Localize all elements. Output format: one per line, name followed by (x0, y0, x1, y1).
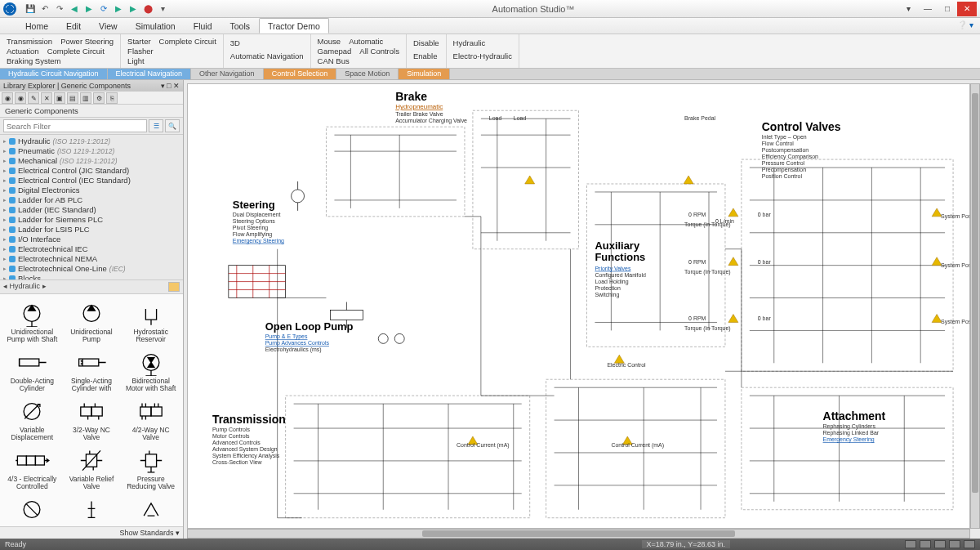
qat-play2-icon[interactable]: ▶ (127, 3, 139, 15)
tree-node-3[interactable]: ▸Electrical Control (JIC Standard) (2, 166, 181, 176)
qat-back-icon[interactable]: ◀ (69, 3, 80, 15)
qat-record-icon[interactable]: ⬤ (142, 3, 154, 15)
rb-mouse[interactable]: Mouse (318, 37, 341, 46)
libtb-2[interactable]: ◉ (15, 92, 26, 104)
tree-node-14[interactable]: ▸Blocks (2, 274, 181, 280)
tree-node-8[interactable]: ▸Ladder for Siemens PLC (2, 215, 181, 225)
rb-actuation[interactable]: Actuation (7, 47, 39, 56)
rb-hydraulic[interactable]: Hydraulic (453, 38, 486, 47)
tree-node-10[interactable]: ▸I/O Interface (2, 235, 181, 244)
tree-node-1[interactable]: ▸Pneumatic (ISO 1219-1:2012) (2, 146, 181, 156)
status-btn-3[interactable] (934, 540, 946, 548)
rb-can-bus[interactable]: CAN Bus (318, 56, 350, 65)
qat-save-icon[interactable]: 💾 (24, 3, 36, 15)
library-breadcrumb[interactable]: ◂ Hydraulic ▸ (0, 280, 183, 294)
component-11[interactable]: Pressure Reducing Valve with Drain (122, 445, 180, 492)
component-1[interactable]: Unidirectional Pump (63, 297, 121, 345)
nav-other[interactable]: Other Navigation (191, 69, 264, 79)
rb-light[interactable]: Light (127, 56, 145, 65)
tab-tractor-demo[interactable]: Tractor Demo (259, 18, 329, 34)
breadcrumb-text[interactable]: ◂ Hydraulic ▸ (3, 282, 47, 292)
rb-power-steering[interactable]: Power Steering (60, 37, 114, 46)
qat-more-icon[interactable]: ▾ (157, 3, 168, 15)
help-icon[interactable]: ❔ ▾ (951, 18, 980, 34)
libtb-1[interactable]: ◉ (2, 92, 13, 104)
rb-transmission[interactable]: Transmission (7, 37, 52, 46)
breadcrumb-search-icon[interactable] (168, 282, 180, 292)
horizontal-scrollbar[interactable] (187, 529, 970, 539)
rb-auto-nav[interactable]: Automatic Navigation (230, 51, 304, 60)
tab-simulation[interactable]: Simulation (127, 18, 185, 34)
rb-starter[interactable]: Starter (127, 37, 151, 46)
tree-node-12[interactable]: ▸Electrotechnical NEMA (2, 254, 181, 264)
status-btn-1[interactable] (905, 540, 916, 548)
component-14[interactable] (122, 494, 180, 526)
component-12[interactable] (3, 494, 61, 526)
tree-node-5[interactable]: ▸Digital Electronics (2, 186, 181, 195)
tree-node-0[interactable]: ▸Hydraulic (ISO 1219-1:2012) (2, 136, 181, 146)
show-standards-button[interactable]: Show Standards ▾ (119, 529, 180, 537)
component-3[interactable]: Double-Acting Cylinder (3, 347, 61, 394)
libtb-9[interactable]: ⎘ (106, 92, 118, 104)
qat-play-icon[interactable]: ▶ (113, 3, 124, 15)
schematic-canvas[interactable]: Brake Hydropneumatic Trailer Brake Valve… (187, 83, 970, 529)
rb-complete-circuit-1[interactable]: Complete Circuit (47, 47, 105, 56)
rb-3d[interactable]: 3D (230, 38, 240, 47)
component-7[interactable]: 3/2-Way NC Valve (63, 396, 121, 443)
qat-forward-icon[interactable]: ▶ (83, 3, 95, 15)
component-5[interactable]: Bidirectional Motor with Shaft (122, 347, 180, 394)
nav-space-motion[interactable]: Space Motion (336, 69, 399, 79)
search-go-button[interactable]: 🔍 (165, 119, 180, 132)
tree-node-9[interactable]: ▸Ladder for LSIS PLC (2, 225, 181, 235)
component-9[interactable]: 4/3 - Electrically Controlled (3, 445, 61, 492)
qat-undo-icon[interactable]: ↶ (39, 3, 51, 15)
qat-redo-icon[interactable]: ↷ (54, 3, 65, 15)
tab-view[interactable]: View (90, 18, 127, 34)
component-13[interactable] (63, 494, 121, 526)
rb-electro-hydraulic[interactable]: Electro-Hydraulic (453, 51, 512, 60)
tree-node-7[interactable]: ▸Ladder (IEC Standard) (2, 205, 181, 215)
rb-disable[interactable]: Disable (413, 38, 439, 47)
tree-node-6[interactable]: ▸Ladder for AB PLC (2, 195, 181, 205)
libtb-6[interactable]: ▤ (67, 92, 78, 104)
vertical-scrollbar[interactable] (970, 83, 980, 529)
rb-braking-system[interactable]: Braking System (7, 56, 61, 65)
nav-hydraulic[interactable]: Hydraulic Circuit Navigation (0, 69, 108, 79)
component-6[interactable]: Variable Displacement Bi… (3, 396, 61, 443)
tree-node-11[interactable]: ▸Electrotechnical IEC (2, 244, 181, 254)
rb-flasher[interactable]: Flasher (127, 47, 154, 56)
status-btn-5[interactable] (964, 540, 975, 548)
status-btn-4[interactable] (949, 540, 960, 548)
tree-node-13[interactable]: ▸Electrotechnical One-Line (IEC) (2, 264, 181, 274)
tree-node-2[interactable]: ▸Mechanical (ISO 1219-1:2012) (2, 156, 181, 166)
libtb-3[interactable]: ✎ (28, 92, 39, 104)
tab-tools[interactable]: Tools (220, 18, 259, 34)
window-minimize-button[interactable]: — (918, 2, 938, 16)
window-close-button[interactable]: ✕ (957, 2, 977, 16)
rb-gamepad[interactable]: Gamepad (318, 47, 352, 56)
libtb-8[interactable]: ⚙ (93, 92, 105, 104)
window-dropdown-button[interactable]: ▾ (898, 2, 918, 16)
rb-automatic[interactable]: Automatic (349, 37, 383, 46)
nav-electrical[interactable]: Electrical Navigation (108, 69, 192, 79)
status-btn-2[interactable] (920, 540, 931, 548)
search-options-button[interactable]: ☰ (149, 119, 163, 132)
component-0[interactable]: Unidirectional Pump with Shaft (3, 297, 61, 345)
component-10[interactable]: Variable Relief Valve (63, 445, 121, 492)
window-maximize-button[interactable]: □ (938, 2, 957, 16)
component-8[interactable]: 4/2-Way NC Valve (122, 396, 180, 443)
component-4[interactable]: Single-Acting Cylinder with Spr… (63, 347, 121, 394)
component-2[interactable]: Hydrostatic Reservoir (122, 297, 180, 345)
tab-home[interactable]: Home (16, 18, 57, 34)
search-input[interactable] (3, 119, 147, 132)
qat-refresh-icon[interactable]: ⟳ (98, 3, 109, 15)
tree-node-4[interactable]: ▸Electrical Control (IEC Standard) (2, 176, 181, 186)
libtb-7[interactable]: ▥ (80, 92, 91, 104)
tab-edit[interactable]: Edit (57, 18, 90, 34)
libtb-5[interactable]: ▣ (54, 92, 65, 104)
rb-enable[interactable]: Enable (413, 51, 438, 60)
nav-simulation[interactable]: Simulation (399, 69, 450, 79)
tab-fluid[interactable]: Fluid (185, 18, 221, 34)
library-tab[interactable]: Generic Components (0, 105, 183, 118)
rb-all-controls[interactable]: All Controls (359, 47, 399, 56)
